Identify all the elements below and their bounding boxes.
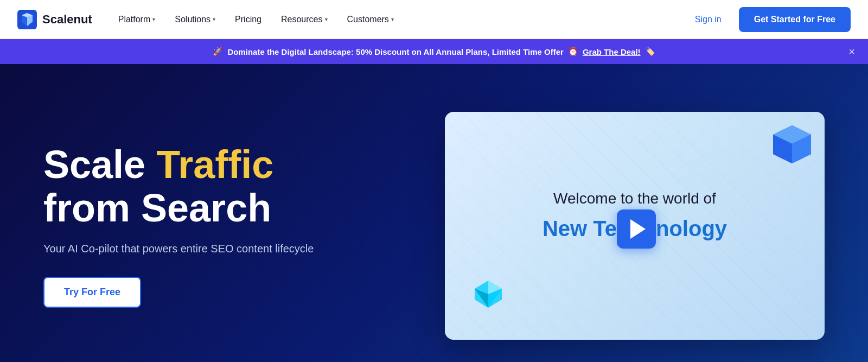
hero-title: Scale Traffic from Search bbox=[43, 143, 412, 229]
nav-platform-label: Platform bbox=[118, 15, 151, 24]
hero-title-line1: Scale bbox=[43, 143, 156, 186]
deco-gem-3d bbox=[472, 278, 505, 313]
chevron-down-icon: ▾ bbox=[391, 16, 394, 22]
video-title-part1: New Te bbox=[542, 217, 617, 241]
banner-text: Dominate the Digital Landscape: 50% Disc… bbox=[227, 47, 564, 56]
banner-close-button[interactable]: × bbox=[848, 46, 855, 58]
nav-item-resources[interactable]: Resources ▾ bbox=[272, 10, 336, 29]
nav-item-solutions[interactable]: Solutions ▾ bbox=[166, 10, 224, 29]
get-started-button[interactable]: Get Started for Free bbox=[739, 7, 851, 32]
chevron-down-icon: ▾ bbox=[325, 16, 328, 22]
banner-rocket-icon: 🚀 bbox=[213, 47, 223, 56]
chevron-down-icon: ▾ bbox=[213, 16, 215, 22]
video-title-part2: nology bbox=[656, 217, 727, 241]
nav-customers-label: Customers bbox=[347, 15, 389, 24]
nav-item-pricing[interactable]: Pricing bbox=[226, 10, 270, 29]
nav-item-customers[interactable]: Customers ▾ bbox=[339, 10, 403, 29]
nav-solutions-label: Solutions bbox=[175, 15, 210, 24]
promo-banner: 🚀 Dominate the Digital Landscape: 50% Di… bbox=[0, 39, 868, 64]
logo-icon bbox=[17, 10, 37, 29]
logo-link[interactable]: Scalenut bbox=[17, 10, 92, 29]
hero-right-video: Welcome to the world of New Te nology bbox=[445, 112, 825, 340]
nav-right-actions: Sign in Get Started for Free bbox=[686, 7, 851, 32]
play-icon bbox=[630, 219, 646, 239]
nav-menu: Platform ▾ Solutions ▾ Pricing Resources… bbox=[110, 10, 686, 29]
logo-text: Scalenut bbox=[42, 12, 92, 27]
nav-resources-label: Resources bbox=[281, 15, 322, 24]
nav-item-platform[interactable]: Platform ▾ bbox=[110, 10, 164, 29]
video-welcome-text: Welcome to the world of bbox=[542, 190, 727, 207]
video-content: Welcome to the world of New Te nology bbox=[542, 190, 727, 262]
try-for-free-button[interactable]: Try For Free bbox=[43, 277, 141, 308]
grab-deal-link[interactable]: Grab The Deal! bbox=[583, 47, 641, 56]
chevron-down-icon: ▾ bbox=[152, 16, 155, 22]
hero-title-highlight: Traffic bbox=[156, 143, 273, 186]
navbar: Scalenut Platform ▾ Solutions ▾ Pricing … bbox=[0, 0, 868, 39]
banner-tag-icon: 🏷️ bbox=[645, 47, 655, 56]
banner-alarm-icon: ⏰ bbox=[568, 47, 578, 56]
hero-section: Scale Traffic from Search Your AI Co-pil… bbox=[0, 64, 868, 362]
hero-subtitle: Your AI Co-pilot that powers entire SEO … bbox=[43, 243, 412, 255]
play-button[interactable] bbox=[617, 209, 656, 249]
video-title: New Te nology bbox=[542, 209, 727, 249]
video-panel[interactable]: Welcome to the world of New Te nology bbox=[445, 112, 825, 340]
nav-pricing-label: Pricing bbox=[235, 15, 261, 24]
sign-in-button[interactable]: Sign in bbox=[686, 10, 730, 29]
hero-title-line2: from Search bbox=[43, 186, 271, 230]
hero-left-content: Scale Traffic from Search Your AI Co-pil… bbox=[43, 143, 412, 307]
deco-logo-3d bbox=[770, 123, 814, 168]
